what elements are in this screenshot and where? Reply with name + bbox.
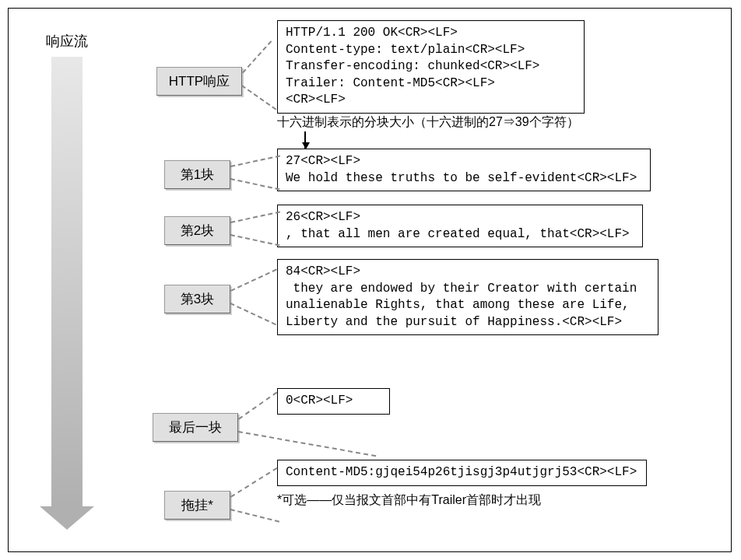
annotation-arrow-icon	[304, 131, 306, 149]
label-chunk2: 第2块	[164, 216, 230, 245]
connector-dash	[242, 40, 272, 73]
response-flow-arrow: 响应流	[44, 32, 90, 530]
trailer-footnote: *可选——仅当报文首部中有Trailer首部时才出现	[277, 492, 541, 509]
label-trailer: 拖挂*	[164, 491, 230, 520]
box-http-response: HTTP/1.1 200 OK<CR><LF> Content-type: te…	[277, 20, 585, 114]
connector-dash	[230, 211, 280, 222]
label-chunk3: 第3块	[164, 285, 230, 313]
connector-dash	[230, 155, 280, 166]
arrow-shaft	[51, 57, 83, 506]
box-chunk1: 27<CR><LF> We hold these truths to be se…	[277, 149, 651, 191]
label-last-chunk: 最后一块	[153, 413, 238, 442]
box-chunk3: 84<CR><LF> they are endowed by their Cre…	[277, 259, 658, 335]
box-trailer: Content-MD5:gjqei54p26tjisgj3p4utjgrj53<…	[277, 460, 647, 486]
box-chunk2: 26<CR><LF> , that all men are created eq…	[277, 205, 643, 247]
connector-dash	[230, 234, 280, 246]
box-last-chunk: 0<CR><LF>	[277, 388, 390, 415]
connector-dash	[230, 467, 277, 498]
connector-dash	[230, 303, 276, 325]
diagram-frame: 响应流 HTTP响应 HTTP/1.1 200 OK<CR><LF> Conte…	[8, 8, 732, 552]
connector-dash	[238, 392, 277, 420]
label-http-response: HTTP响应	[156, 67, 242, 96]
connector-dash	[230, 509, 280, 523]
arrow-head-icon	[40, 506, 94, 530]
connector-dash	[230, 178, 280, 190]
size-annotation: 十六进制表示的分块大小（十六进制的27⇒39个字符）	[277, 114, 579, 131]
connector-dash	[241, 85, 276, 110]
connector-dash	[238, 431, 377, 457]
label-chunk1: 第1块	[164, 160, 230, 189]
arrow-label: 响应流	[46, 32, 88, 51]
connector-dash	[230, 269, 277, 292]
